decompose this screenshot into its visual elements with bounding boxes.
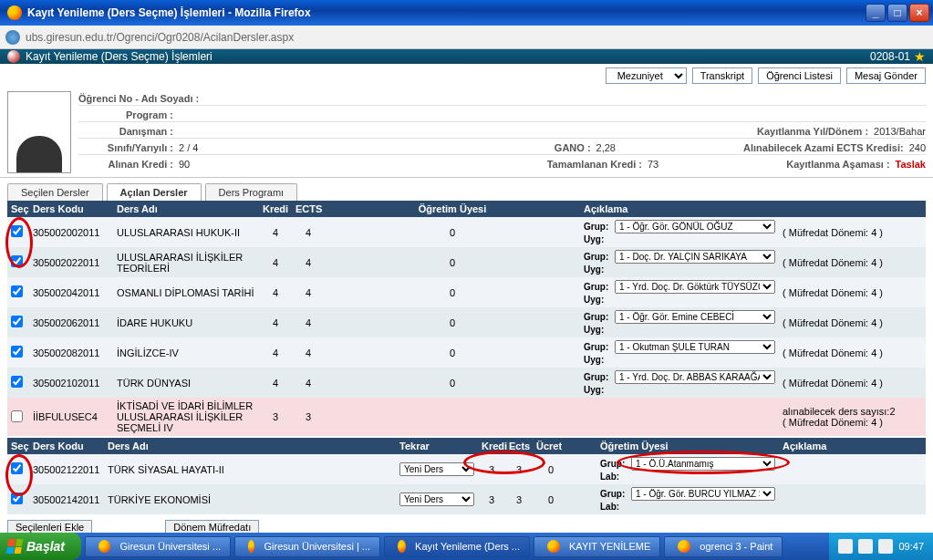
col2-kredi: Kredi <box>478 438 505 454</box>
cell-ects: 3 <box>505 461 533 478</box>
tamamlanan-label: Tamamlanan Kredi : <box>547 159 648 170</box>
tab-secilen[interactable]: Seçilen Dersler <box>7 183 103 201</box>
close-button[interactable]: × <box>909 4 929 22</box>
kayitlanma-yil-label: Kayıtlanma Yıl/Dönem : <box>757 126 874 137</box>
mezuniyet-select[interactable]: Mezuniyet <box>606 67 687 84</box>
grup-select[interactable]: 1 - Öğr. Gör. BURCU YILMAZ ŞAHİN <box>631 487 775 501</box>
cell-ad: TÜRK DÜNYASI <box>113 375 259 391</box>
cell-ects: 4 <box>292 315 325 331</box>
tekrar-select[interactable]: Yeni Ders <box>399 462 474 476</box>
cell-ad: ULUSLARARASI HUKUK-II <box>113 224 259 241</box>
col-ad: Ders Adı <box>113 201 259 217</box>
start-button[interactable]: Başlat <box>0 533 81 560</box>
azami-value: 240 <box>909 142 926 153</box>
cell-ects: 4 <box>292 375 325 391</box>
cell-kod: 305002142011 <box>29 492 104 508</box>
cell-ad: ULUSLARARASI İLİŞKİLER TEORİLERİ <box>113 249 259 276</box>
grup-select[interactable]: 1 - Ö.Ü.Atanmamış <box>631 457 775 471</box>
cell-ad: OSMANLI DİPLOMASİ TARİHİ <box>113 285 259 301</box>
sinif-value: 2 / 4 <box>179 142 198 153</box>
cell-kod: 305002062011 <box>29 315 113 331</box>
student-info: Öğrenci No - Adı Soyadı : Program : Danı… <box>0 88 933 178</box>
program-label: Program : <box>78 109 179 120</box>
alinan-kredi-value: 90 <box>179 159 190 170</box>
row-checkbox[interactable] <box>11 493 23 504</box>
cell-kod: 305002042011 <box>29 285 113 301</box>
taskbar-task[interactable]: Giresun Üniversitesi ... <box>85 536 231 557</box>
table-row: İİBFULUSEC4 İKTİSADİ VE İDARİ BİLİMLER U… <box>7 398 926 436</box>
cell-kredi: 4 <box>259 345 292 361</box>
table-row: 305002102011 TÜRK DÜNYASI 4 4 0 Grup:1 -… <box>7 368 926 398</box>
mesaj-gonder-button[interactable]: Mesaj Gönder <box>846 67 926 84</box>
minimize-button[interactable]: _ <box>866 4 886 22</box>
tab-acilan[interactable]: Açılan Dersler <box>107 183 202 201</box>
cell-note: ( Müfredat Dönemi: 4 ) <box>779 315 907 331</box>
taskbar-task[interactable]: Kayıt Yenileme (Ders ... <box>384 536 530 557</box>
row-checkbox[interactable] <box>11 462 23 474</box>
taskbar-task[interactable]: KAYIT YENİLEME <box>534 536 660 557</box>
bullet-icon <box>7 50 20 63</box>
grup-select[interactable]: 1 - Doç. Dr. YALÇIN SARIKAYA <box>615 250 775 264</box>
col2-ucret: Ücret <box>533 438 569 454</box>
taskbar-task[interactable]: Giresun Üniversitesi | ... <box>234 536 380 557</box>
table-row: 305002022011 ULUSLARARASI İLİŞKİLER TEOR… <box>7 247 926 277</box>
row-checkbox[interactable] <box>11 316 23 327</box>
secilenleri-ekle-button[interactable]: Seçilenleri Ekle <box>7 520 92 533</box>
tray-icon[interactable] <box>858 539 873 554</box>
table-row: 305002042011 OSMANLI DİPLOMASİ TARİHİ 4 … <box>7 277 926 307</box>
grup-select[interactable]: 1 - Okutman ŞULE TURAN <box>615 340 775 354</box>
row-checkbox[interactable] <box>11 255 23 267</box>
tray-icon[interactable] <box>878 539 893 554</box>
tamamlanan-value: 73 <box>648 159 658 170</box>
tekrar-select[interactable]: Yeni Ders <box>399 493 474 506</box>
ogrenci-listesi-button[interactable]: Öğrenci Listesi <box>758 67 841 84</box>
grup-select[interactable]: 1 - Öğr. Gör. GÖNÜL OĞUZ <box>615 220 775 233</box>
cell-ects: 4 <box>292 285 325 301</box>
table-row: 305002122011 TÜRK SİYASAL HAYATI-II Yeni… <box>7 454 926 484</box>
row-checkbox[interactable] <box>11 225 23 237</box>
row-checkbox[interactable] <box>11 410 23 422</box>
donem-mufredati-button[interactable]: Dönem Müfredatı <box>165 520 259 533</box>
grup-select[interactable]: 1 - Yrd. Doç. Dr. Göktürk TÜYSÜZOĞLU <box>615 280 775 294</box>
col2-ad: Ders Adı <box>104 438 396 454</box>
task-label: KAYIT YENİLEME <box>569 541 650 552</box>
url-input[interactable] <box>26 31 928 44</box>
cell-kredi: 4 <box>259 285 292 301</box>
transkript-button[interactable]: Transkript <box>692 67 753 84</box>
sinif-label: Sınıfı/Yarıyılı : <box>78 142 179 153</box>
row-checkbox[interactable] <box>11 285 23 297</box>
taskbar-task[interactable]: ogrenci 3 - Paint <box>664 536 783 557</box>
tray-icon[interactable] <box>838 539 853 554</box>
cell-kod: 305002082011 <box>29 345 113 361</box>
grup-select[interactable]: 1 - Öğr. Gör. Emine CEBECİ <box>615 310 775 324</box>
cell-kredi: 4 <box>259 254 292 271</box>
danisman-label: Danışman : <box>78 126 179 137</box>
cell-note: ( Müfredat Dönemi: 4 ) <box>779 254 907 271</box>
cell-kod: İİBFULUSEC4 <box>29 409 113 425</box>
tab-program[interactable]: Ders Programı <box>205 183 298 201</box>
cell-ad: İKTİSADİ VE İDARİ BİLİMLER ULUSLARARASI … <box>113 398 259 436</box>
row-checkbox[interactable] <box>11 346 23 358</box>
cell-uye: 0 <box>325 224 580 241</box>
window-titlebar: Kayıt Yenileme (Ders Seçme) İşlemleri - … <box>0 0 933 26</box>
cell-uye: 0 <box>325 375 580 391</box>
cell-uye <box>325 414 580 420</box>
cell-kredi: 3 <box>259 409 292 425</box>
cell-ects: 4 <box>292 224 325 241</box>
cell-note: ( Müfredat Dönemi: 4 ) <box>779 224 907 241</box>
azami-label: Alınabilecek Azami ECTS Kredisi: <box>743 142 909 153</box>
cell-ad: İNGİLİZCE-IV <box>113 345 259 361</box>
windows-logo-icon <box>6 539 24 554</box>
grup-select[interactable]: 1 - Yrd. Doç. Dr. ABBAS KARAAĞAÇLI <box>615 370 775 384</box>
gano-value: 2,28 <box>596 142 616 153</box>
cell-ects: 3 <box>292 409 325 425</box>
cell-ucret: 0 <box>533 492 569 508</box>
col-sec: Seç <box>7 201 29 217</box>
system-tray: 09:47 <box>829 533 933 560</box>
avatar <box>7 91 71 173</box>
control-row: Mezuniyet Transkript Öğrenci Listesi Mes… <box>0 64 933 88</box>
maximize-button[interactable]: □ <box>887 4 907 22</box>
selected-grid: Seç Ders Kodu Ders Adı Tekrar Kredi Ects… <box>7 438 926 514</box>
task-label: ogrenci 3 - Paint <box>700 541 772 552</box>
row-checkbox[interactable] <box>11 376 23 388</box>
